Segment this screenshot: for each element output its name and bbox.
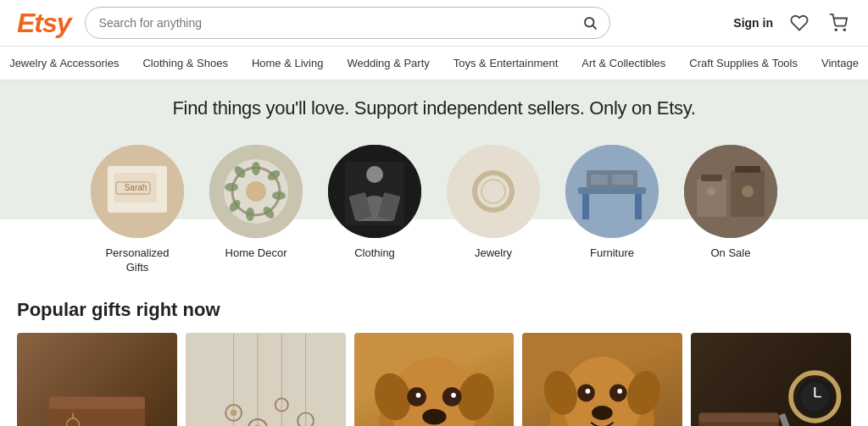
svg-line-1 xyxy=(593,25,596,29)
favorites-button[interactable] xyxy=(787,10,812,36)
product-card-2[interactable] xyxy=(186,333,346,426)
category-personalized-gifts-label: Personalized Gifts xyxy=(105,246,169,275)
category-clothing-image xyxy=(328,145,421,238)
nav-vintage[interactable]: Vintage xyxy=(810,47,868,80)
svg-point-78 xyxy=(586,389,591,394)
svg-rect-40 xyxy=(735,166,760,173)
category-jewelry-image xyxy=(447,145,540,238)
svg-rect-44 xyxy=(49,396,145,408)
search-icon xyxy=(582,15,598,30)
nav-art[interactable]: Art & Collectibles xyxy=(570,47,677,80)
category-on-sale-image xyxy=(684,145,777,238)
categories-row: Sarah Personalized Gifts xyxy=(0,136,868,275)
popular-gifts-title: Popular gifts right now xyxy=(17,299,851,321)
svg-rect-35 xyxy=(612,174,633,185)
product-2-svg xyxy=(186,333,346,426)
on-sale-illustration xyxy=(684,145,777,238)
main-nav: Jewelry & Accessories Clothing & Shoes H… xyxy=(0,47,868,80)
furniture-illustration xyxy=(565,145,659,238)
nav-wedding[interactable]: Wedding & Party xyxy=(335,47,441,80)
hero-section: Find things you'll love. Support indepen… xyxy=(0,80,868,275)
heart-icon xyxy=(790,14,809,32)
category-furniture-label: Furniture xyxy=(590,246,634,261)
nav-toys[interactable]: Toys & Entertainment xyxy=(442,47,570,80)
svg-point-79 xyxy=(618,389,623,394)
home-decor-illustration xyxy=(209,145,303,238)
cart-icon xyxy=(829,14,848,32)
nav-craft[interactable]: Craft Supplies & Tools xyxy=(677,47,810,80)
svg-point-14 xyxy=(272,191,286,200)
sign-in-link[interactable]: Sign in xyxy=(733,16,773,30)
nav-jewelry[interactable]: Jewelry & Accessories xyxy=(0,47,131,80)
svg-rect-31 xyxy=(582,194,589,219)
category-home-decor-label: Home Decor xyxy=(225,246,287,261)
product-card-1[interactable]: Sarah xyxy=(17,333,177,426)
svg-text:Sarah: Sarah xyxy=(125,183,147,192)
clothing-illustration xyxy=(328,145,421,238)
svg-point-16 xyxy=(246,207,254,221)
product-image-5 xyxy=(691,333,851,426)
nav-clothing[interactable]: Clothing & Shoes xyxy=(131,47,239,80)
svg-rect-32 xyxy=(635,194,642,219)
svg-point-23 xyxy=(366,166,383,183)
product-4-svg xyxy=(522,333,682,426)
svg-rect-37 xyxy=(697,179,726,217)
svg-point-12 xyxy=(252,162,260,175)
category-home-decor-image xyxy=(209,145,303,238)
search-input[interactable] xyxy=(86,8,570,38)
category-on-sale[interactable]: On Sale xyxy=(684,145,777,275)
svg-point-80 xyxy=(593,406,614,420)
search-button[interactable] xyxy=(570,8,609,37)
category-personalized-gifts-image: Sarah xyxy=(91,145,184,238)
svg-point-20 xyxy=(246,181,266,202)
svg-point-0 xyxy=(585,18,594,27)
category-furniture-image xyxy=(565,145,659,238)
popular-gifts-section: Popular gifts right now Sarah xyxy=(0,275,868,426)
svg-point-2 xyxy=(835,29,837,30)
cart-button[interactable] xyxy=(826,10,851,36)
hero-title: Find things you'll love. Support indepen… xyxy=(0,97,868,136)
svg-point-18 xyxy=(225,183,238,191)
svg-rect-34 xyxy=(591,174,608,185)
category-clothing[interactable]: Clothing xyxy=(328,145,421,275)
product-image-3 xyxy=(354,333,515,426)
svg-point-53 xyxy=(231,409,237,416)
svg-rect-39 xyxy=(701,174,722,181)
etsy-logo[interactable]: Etsy xyxy=(17,8,71,39)
svg-point-66 xyxy=(422,408,446,424)
category-personalized-gifts[interactable]: Sarah Personalized Gifts xyxy=(91,145,184,275)
category-furniture[interactable]: Furniture xyxy=(565,145,659,275)
product-card-4[interactable] xyxy=(522,333,682,426)
header-actions: Sign in xyxy=(733,10,851,36)
product-image-4 xyxy=(522,333,682,426)
category-jewelry[interactable]: Jewelry xyxy=(447,145,540,275)
svg-point-65 xyxy=(451,393,456,398)
product-3-svg xyxy=(354,333,515,426)
product-card-3[interactable] xyxy=(354,333,515,426)
category-on-sale-label: On Sale xyxy=(711,246,751,261)
svg-point-64 xyxy=(415,393,420,398)
svg-rect-26 xyxy=(447,145,540,238)
category-jewelry-label: Jewelry xyxy=(475,246,512,261)
product-image-2 xyxy=(186,333,346,426)
product-image-1: Sarah xyxy=(17,333,177,426)
svg-point-3 xyxy=(843,29,845,30)
svg-rect-83 xyxy=(699,412,779,422)
category-home-decor[interactable]: Home Decor xyxy=(209,145,303,275)
product-1-svg: Sarah xyxy=(17,333,177,426)
personalized-gifts-illustration: Sarah xyxy=(91,145,184,238)
search-bar xyxy=(85,7,610,39)
category-clothing-label: Clothing xyxy=(354,246,395,261)
product-grid: Sarah xyxy=(17,333,851,426)
product-card-5[interactable]: ▶ xyxy=(691,333,851,426)
product-5-svg xyxy=(691,333,851,426)
nav-home-living[interactable]: Home & Living xyxy=(240,47,336,80)
header: Etsy Sign in xyxy=(0,0,868,47)
svg-point-42 xyxy=(742,185,754,197)
svg-point-41 xyxy=(707,187,715,196)
jewelry-illustration xyxy=(447,145,540,238)
